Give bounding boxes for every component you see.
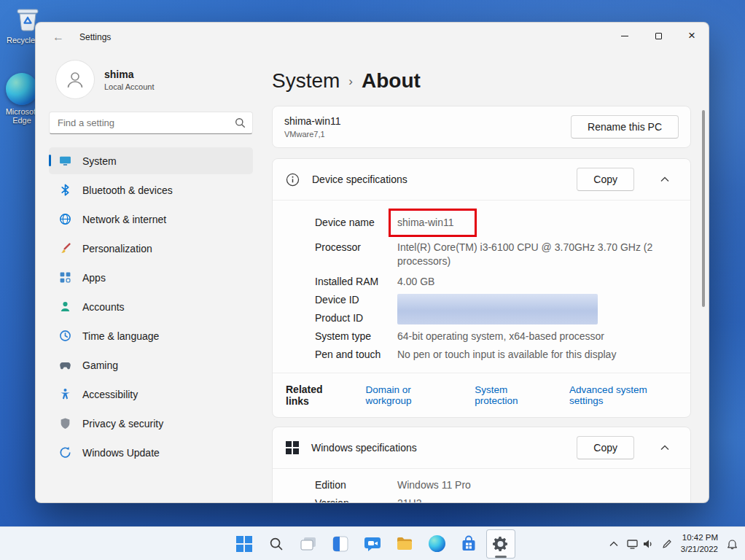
system-type-value: 64-bit operating system, x64-based proce… (397, 327, 604, 346)
windows-specifications-card: Windows specifications Copy Edition Wind… (272, 427, 691, 503)
search-input[interactable] (49, 112, 253, 134)
related-links-label: Related links (286, 384, 345, 407)
redacted-rows: Device ID Product ID (315, 291, 673, 327)
sidebar-item-apps[interactable]: Apps (49, 264, 253, 291)
update-arrows-icon (59, 446, 71, 459)
account-type: Local Account (104, 82, 155, 91)
windows-logo-icon (286, 441, 299, 454)
pen-menu-button[interactable] (658, 529, 676, 559)
version-value: 21H2 (397, 494, 421, 503)
about-page: System › About shima-win11 VMware7,1 Ren… (272, 52, 691, 502)
rename-pc-button[interactable]: Rename this PC (571, 115, 679, 139)
close-button[interactable]: × (675, 23, 709, 49)
sidebar-item-label: Bluetooth & devices (82, 184, 173, 196)
file-explorer-button[interactable] (390, 529, 419, 559)
sidebar-item-privacy-security[interactable]: Privacy & security (49, 410, 253, 437)
edition-value: Windows 11 Pro (397, 476, 471, 494)
widgets-button[interactable] (326, 529, 355, 559)
taskbar-clock[interactable]: 10:42 PM 3/21/2022 (676, 532, 722, 555)
device-specs-title: Device specifications (312, 174, 407, 185)
breadcrumb-separator: › (348, 74, 353, 89)
title-bar: ← Settings × (36, 23, 709, 52)
sidebar-item-label: Gaming (82, 359, 118, 371)
link-system-protection[interactable]: System protection (475, 384, 549, 406)
sidebar-item-label: Time & language (82, 330, 159, 342)
link-domain-workgroup[interactable]: Domain or workgroup (365, 384, 454, 406)
system-icon (59, 155, 71, 167)
sidebar-item-label: Personalization (82, 243, 152, 254)
sidebar-item-accessibility[interactable]: Accessibility (49, 381, 253, 408)
pen-icon (662, 539, 672, 549)
sidebar-item-gaming[interactable]: Gaming (49, 351, 253, 378)
sidebar-item-label: Apps (82, 272, 106, 284)
redaction-blur (397, 294, 598, 324)
search-box (49, 112, 253, 134)
spec-row-edition: Edition Windows 11 Pro (315, 476, 673, 494)
back-button[interactable]: ← (47, 28, 69, 47)
account-header[interactable]: shima Local Account (56, 61, 253, 98)
minimize-button[interactable] (608, 23, 641, 49)
breadcrumb: System › About (272, 69, 691, 93)
sidebar-nav: System Bluetooth & devices Network & int… (49, 147, 253, 466)
sidebar-item-label: System (82, 155, 117, 167)
chat-button[interactable] (358, 529, 387, 559)
store-icon (460, 535, 477, 553)
spec-row-version: Version 21H2 (315, 494, 673, 503)
pen-touch-value: No pen or touch input is available for t… (397, 346, 616, 364)
collapse-chevron-icon[interactable] (651, 167, 679, 192)
network-volume-button[interactable] (623, 529, 658, 559)
sidebar-item-bluetooth-devices[interactable]: Bluetooth & devices (49, 176, 253, 203)
breadcrumb-system[interactable]: System (272, 69, 340, 93)
sidebar-item-personalization[interactable]: Personalization (49, 235, 253, 262)
notification-center-button[interactable] (723, 529, 744, 559)
notification-bell-icon (727, 538, 738, 550)
widgets-icon (332, 535, 349, 553)
link-advanced-system-settings[interactable]: Advanced system settings (569, 384, 677, 406)
windows-specs-body: Edition Windows 11 Pro Version 21H2 Inst… (273, 468, 690, 503)
paintbrush-icon (59, 242, 71, 254)
folder-icon (396, 535, 413, 553)
edge-button[interactable] (422, 529, 451, 559)
search-icon (235, 117, 246, 128)
windows-specs-copy-button[interactable]: Copy (577, 436, 634, 459)
store-button[interactable] (454, 529, 483, 559)
scrollbar[interactable] (702, 110, 705, 307)
taskbar-search-button[interactable] (262, 529, 291, 559)
windows-specs-header[interactable]: Windows specifications Copy (273, 427, 690, 468)
sidebar-item-network-internet[interactable]: Network & internet (49, 206, 253, 233)
device-specs-header[interactable]: Device specifications Copy (273, 159, 690, 200)
sidebar-item-label: Accessibility (82, 389, 138, 400)
page-title: About (362, 69, 421, 93)
device-name-value: shima-win11 (397, 217, 454, 228)
network-icon (626, 538, 639, 550)
sidebar-item-windows-update[interactable]: Windows Update (49, 439, 253, 466)
shield-icon (59, 417, 71, 429)
collapse-chevron-icon[interactable] (651, 435, 679, 460)
spec-row-ram: Installed RAM 4.00 GB (315, 273, 673, 291)
bluetooth-icon (59, 184, 71, 196)
user-name: shima (104, 69, 155, 80)
taskbar: 10:42 PM 3/21/2022 (0, 526, 745, 560)
sidebar-item-time-language[interactable]: Time & language (49, 322, 253, 349)
sidebar-item-label: Privacy & security (82, 418, 163, 429)
start-button[interactable] (230, 529, 259, 559)
spec-row-device-name: Device name shima-win11 (315, 208, 673, 237)
info-icon (286, 173, 300, 187)
maximize-button[interactable] (641, 23, 675, 49)
hidden-icons-button[interactable] (606, 529, 622, 559)
system-tray: 10:42 PM 3/21/2022 (606, 527, 744, 560)
device-specs-copy-button[interactable]: Copy (577, 168, 634, 191)
gamepad-icon (59, 359, 71, 371)
apps-grid-icon (59, 271, 71, 284)
settings-button[interactable] (486, 529, 515, 559)
person-icon (59, 300, 71, 313)
device-specs-body: Device name shima-win11 Processor Intel(… (273, 200, 690, 373)
sidebar-item-system[interactable]: System (49, 147, 253, 174)
task-view-button[interactable] (294, 529, 323, 559)
related-links: Related links Domain or workgroup System… (273, 373, 690, 417)
processor-value: Intel(R) Core(TM) i3-6100 CPU @ 3.70GHz … (397, 238, 654, 268)
sidebar-item-accounts[interactable]: Accounts (49, 293, 253, 320)
settings-sidebar: shima Local Account System Bl (36, 52, 266, 502)
spec-row-system-type: System type 64-bit operating system, x64… (315, 327, 673, 346)
spec-row-processor: Processor Intel(R) Core(TM) i3-6100 CPU … (315, 238, 673, 268)
